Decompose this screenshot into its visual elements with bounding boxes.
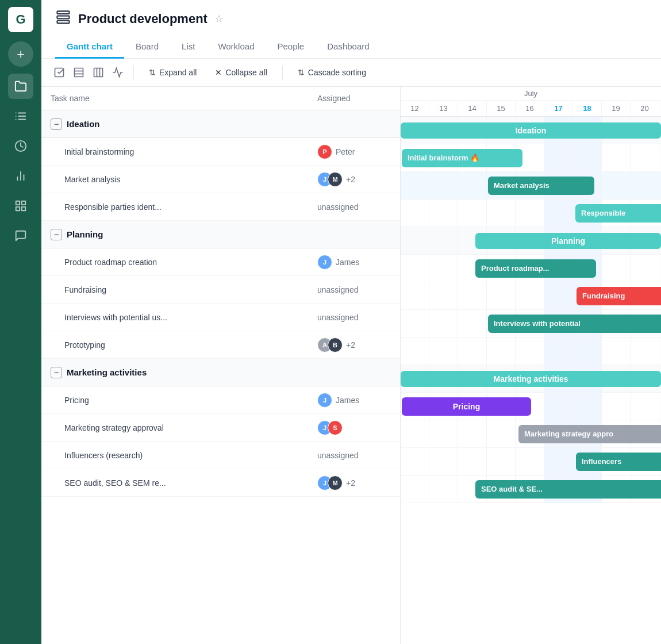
gantt-bar-mkt-strategy[interactable]: Marketing strategy appro (518, 425, 661, 443)
expand-all-label: Expand all (159, 68, 197, 77)
plus-count-seo: +2 (346, 478, 355, 488)
days-row: 12 13 14 15 16 17 18 19 20 21 (401, 101, 661, 116)
sidebar-item-chart[interactable] (8, 163, 33, 189)
group-name-marketing: Marketing activities (67, 367, 147, 377)
bar-label-market-analysis: Market analysis (494, 181, 549, 190)
sidebar-item-chat[interactable] (8, 223, 33, 248)
task-name-fundraising: Fundraising (41, 285, 308, 294)
task-assigned-marketing-strategy: J S (308, 420, 400, 435)
column-headers: Task name Assigned (41, 87, 400, 110)
sidebar-item-grid[interactable] (8, 193, 33, 218)
avatar-james-roadmap: J (317, 255, 332, 270)
group-name-ideation: Ideation (67, 119, 100, 129)
gantt-row-pricing: Pricing (401, 393, 661, 420)
cascade-sorting-button[interactable]: ⇅ Cascade sorting (292, 64, 372, 80)
gantt-bar-marketing-activities[interactable]: Marketing activities (401, 371, 661, 387)
favorite-icon[interactable]: ☆ (214, 13, 224, 25)
task-assigned-influencers: unassigned (308, 451, 400, 460)
tab-workload[interactable]: Workload (206, 36, 266, 59)
bar-label-seo: SEO audit & SE... (481, 485, 543, 493)
gantt-row-fundraising: Fundraising (401, 282, 661, 310)
tab-people[interactable]: People (266, 36, 316, 59)
task-row-fundraising: Fundraising unassigned (41, 276, 400, 304)
task-assigned-seo: J M +2 (308, 476, 400, 490)
gantt-row-brainstorming: Initial brainstorm 🔥 (401, 144, 661, 172)
svg-rect-14 (57, 12, 70, 14)
task-name-initial-brainstorming: Initial brainstorming (41, 147, 308, 156)
sort-icon: ⇅ (298, 68, 305, 77)
collapse-all-label: Collapse all (225, 68, 267, 77)
task-row-interviews: Interviews with potential us... unassign… (41, 304, 400, 331)
task-name-seo: SEO audit, SEO & SEM re... (41, 478, 308, 488)
chart-icon[interactable] (112, 66, 124, 79)
sidebar-item-clock[interactable] (8, 133, 33, 159)
gantt-row-seo: SEO audit & SE... (401, 476, 661, 503)
svg-rect-10 (16, 201, 20, 205)
bar-label-influencers: Influencers (582, 457, 621, 466)
month-label: July (401, 87, 661, 101)
task-name-pricing: Pricing (41, 396, 308, 405)
gantt-bar-pricing[interactable]: Pricing (402, 397, 531, 416)
header-top: Product development ☆ (55, 9, 647, 29)
gantt-bar-brainstorming[interactable]: Initial brainstorm 🔥 (402, 149, 522, 167)
tab-dashboard[interactable]: Dashboard (316, 36, 381, 59)
add-button[interactable]: ＋ (8, 41, 33, 67)
avatar-peter: P (317, 144, 332, 159)
gantt-bar-interviews[interactable]: Interviews with potential (488, 315, 661, 333)
gantt-bar-seo[interactable]: SEO audit & SE... (475, 480, 661, 499)
assigned-column-header: Assigned (308, 87, 400, 110)
tab-list[interactable]: List (170, 36, 206, 59)
bar-label-roadmap: Product roadmap... (481, 264, 549, 273)
avatar-james-pricing: J (317, 393, 332, 408)
task-assigned-roadmap: J James (308, 255, 400, 270)
expand-rows-icon[interactable] (72, 66, 85, 79)
day-16: 16 (516, 101, 544, 116)
group-row-planning: − Planning (41, 221, 400, 248)
app-logo[interactable]: G (8, 7, 33, 32)
collapse-all-button[interactable]: ✕ Collapse all (209, 64, 272, 80)
tab-board[interactable]: Board (124, 36, 170, 59)
avatar-group-seo: J M (317, 476, 343, 490)
gantt-bar-planning[interactable]: Planning (475, 233, 661, 249)
gantt-bar-responsible[interactable]: Responsible (575, 204, 661, 223)
sidebar: G ＋ (0, 0, 41, 644)
gantt-bar-influencers[interactable]: Influencers (576, 453, 661, 471)
gantt-bar-roadmap[interactable]: Product roadmap... (475, 259, 596, 278)
gantt-bar-market-analysis[interactable]: Market analysis (488, 177, 594, 195)
svg-rect-12 (22, 207, 25, 210)
collapse-ideation[interactable]: − (51, 118, 62, 130)
task-name-market-analysis: Market analysis (41, 175, 308, 184)
gantt-bar-ideation[interactable]: Ideation (401, 122, 661, 139)
tabs: Gantt chart Board List Workload People D… (55, 36, 647, 58)
collapse-marketing[interactable]: − (51, 367, 62, 378)
group-row-ideation: − Ideation (41, 110, 400, 138)
gantt-bar-fundraising[interactable]: Fundraising (577, 287, 661, 305)
day-18: 18 (573, 101, 602, 116)
gantt-row-mkt-strategy: Marketing strategy appro (401, 420, 661, 448)
bar-label-planning: Planning (551, 236, 585, 246)
plus-count-prototyping: +2 (346, 340, 355, 350)
sidebar-item-list[interactable] (8, 103, 33, 129)
avatar-group-strategy: J S (317, 420, 343, 435)
avatar-seo2: M (328, 476, 343, 490)
bar-label-interviews: Interviews with potential (494, 319, 581, 328)
tab-gantt-chart[interactable]: Gantt chart (55, 36, 124, 59)
columns-icon[interactable] (92, 66, 105, 79)
expand-icon: ⇅ (149, 68, 156, 77)
day-17: 17 (544, 101, 573, 116)
bar-label-marketing-activities: Marketing activities (494, 374, 568, 384)
day-12: 12 (401, 101, 429, 116)
task-name-influencers: Influencers (research) (41, 451, 308, 460)
sidebar-item-folder[interactable] (8, 74, 33, 99)
day-13: 13 (429, 101, 458, 116)
collapse-planning[interactable]: − (51, 229, 62, 240)
avatar-proto2: B (328, 338, 343, 352)
expand-all-button[interactable]: ⇅ Expand all (143, 64, 202, 80)
checkbox-icon[interactable] (53, 66, 66, 79)
gantt-row-market-analysis: Market analysis (401, 172, 661, 200)
svg-rect-13 (16, 207, 20, 210)
svg-rect-11 (22, 201, 25, 205)
day-14: 14 (458, 101, 487, 116)
bar-label-fundraising: Fundraising (582, 292, 625, 300)
task-row-seo: SEO audit, SEO & SEM re... J M +2 (41, 469, 400, 497)
